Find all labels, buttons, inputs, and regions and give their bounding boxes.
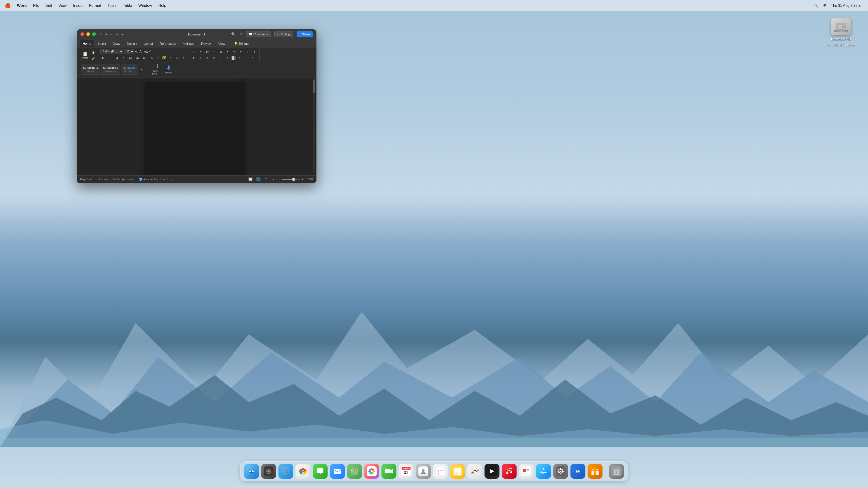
format-painter-button[interactable]: 🖌: [90, 56, 96, 61]
bullet-dropdown[interactable]: ▾: [197, 49, 204, 54]
strikethrough-button[interactable]: ab: [128, 55, 134, 60]
dock-item-safari[interactable]: [278, 464, 293, 479]
dock-item-facetime[interactable]: [381, 464, 397, 479]
styles-more-button[interactable]: ▾: [138, 64, 145, 75]
borders-dropdown[interactable]: ▾: [250, 55, 256, 61]
dock-item-settings[interactable]: [553, 464, 568, 479]
indent-decrease-button[interactable]: ⇤: [238, 49, 244, 54]
font-size-select[interactable]: 12: [124, 49, 134, 54]
dock-item-messages[interactable]: [313, 464, 328, 479]
tab-references[interactable]: References: [157, 40, 179, 47]
tell-me-tab[interactable]: 💡 Tell me: [230, 40, 252, 47]
search-icon[interactable]: 🔍: [814, 3, 818, 8]
underline-dropdown[interactable]: ▾: [121, 55, 127, 61]
tab-review[interactable]: Review: [198, 40, 215, 47]
zoom-slider[interactable]: [282, 179, 300, 180]
draft-button[interactable]: ≡: [271, 177, 276, 182]
view-menu[interactable]: View: [59, 3, 67, 8]
app-name[interactable]: Word: [17, 3, 27, 8]
shading-button[interactable]: █: [231, 56, 236, 60]
undo-button[interactable]: ↩: [110, 33, 113, 36]
dock-item-appstore[interactable]: [536, 464, 551, 479]
zoom-out-button[interactable]: −: [279, 177, 281, 181]
comments-button[interactable]: 💬 Comments: [246, 31, 271, 37]
language-indicator[interactable]: English (Australia): [112, 178, 134, 181]
quick-access-save[interactable]: 🖫: [104, 32, 107, 36]
dock-item-photos[interactable]: [364, 464, 379, 479]
tab-mailings[interactable]: Mailings: [180, 40, 197, 47]
underline-button[interactable]: U: [114, 55, 120, 60]
multilevel-list-button[interactable]: ⊞: [218, 49, 224, 54]
dock-item-notes[interactable]: [450, 464, 465, 479]
indent-increase-button[interactable]: ⇥: [231, 49, 238, 54]
numbered-list-button[interactable]: 1≡: [204, 49, 211, 54]
dock-item-finder[interactable]: [244, 464, 259, 479]
dock-item-launchpad[interactable]: [261, 464, 276, 479]
cloud-save[interactable]: ☁: [121, 32, 124, 36]
dock-item-word[interactable]: W: [570, 464, 585, 479]
edit-menu[interactable]: Edit: [46, 3, 52, 8]
dock-item-news[interactable]: [519, 464, 534, 479]
help-menu[interactable]: Help: [158, 3, 166, 8]
dock-item-freeform[interactable]: [467, 464, 483, 479]
style-heading1[interactable]: AaBbCcD Heading 1: [121, 64, 137, 75]
search-doc-icon[interactable]: 🔍: [231, 32, 236, 36]
borders-button[interactable]: ⊞: [243, 55, 249, 61]
format-menu[interactable]: Format: [89, 3, 101, 8]
justify-button[interactable]: ≡: [211, 55, 217, 61]
text-effect-button[interactable]: A: [174, 55, 180, 60]
highlight-button[interactable]: ab: [162, 55, 167, 60]
sort-button[interactable]: ↕: [245, 49, 251, 54]
file-menu[interactable]: File: [33, 3, 39, 8]
highlight-dropdown[interactable]: ▾: [168, 55, 174, 61]
shading-dropdown[interactable]: ▾: [236, 55, 243, 61]
tab-draw[interactable]: Draw: [110, 40, 123, 47]
tab-home[interactable]: Home: [80, 40, 94, 47]
text-effect-dropdown[interactable]: ▾: [180, 55, 187, 61]
grow-font-button[interactable]: A⁺: [135, 50, 138, 53]
tab-design[interactable]: Design: [124, 40, 140, 47]
share-doc-icon[interactable]: ↗: [239, 32, 242, 36]
editing-button[interactable]: ✏ Editing: [274, 31, 293, 37]
dock-item-chrome[interactable]: [296, 464, 311, 479]
show-marks-button[interactable]: ¶: [252, 49, 258, 54]
dock-item-giftbox[interactable]: [588, 464, 602, 479]
bullet-list-button[interactable]: ≡: [191, 49, 197, 54]
shrink-font-button[interactable]: A⁻: [140, 50, 143, 53]
multilevel-dropdown[interactable]: ▾: [224, 49, 231, 54]
accessibility-status[interactable]: ♿ Accessibility: Good to go: [139, 178, 173, 181]
scrollbar-thumb[interactable]: [313, 79, 315, 93]
tab-view[interactable]: View: [215, 40, 228, 47]
apple-menu[interactable]: 🍎: [4, 3, 11, 8]
dock-item-maps[interactable]: [347, 464, 362, 479]
minimize-button[interactable]: [86, 32, 90, 36]
bold-button[interactable]: B: [100, 55, 106, 60]
zoom-slider-thumb[interactable]: [292, 178, 295, 181]
font-name-select[interactable]: Calibri (Bo...: [100, 49, 123, 54]
more-options[interactable]: •••: [127, 33, 130, 36]
tab-layout[interactable]: Layout: [141, 40, 156, 47]
dock-item-appletv[interactable]: [485, 464, 500, 479]
styles-pane-button[interactable]: StylesPane: [148, 64, 161, 75]
zoom-control[interactable]: − +: [279, 177, 304, 181]
close-button[interactable]: [81, 32, 84, 36]
align-left-button[interactable]: ≡: [191, 55, 197, 61]
outline-button[interactable]: ☰: [264, 177, 268, 182]
tab-insert[interactable]: Insert: [95, 40, 109, 47]
paste-format-button[interactable]: 📋: [90, 50, 96, 55]
font-color-dropdown[interactable]: ▾: [155, 55, 161, 61]
share-button[interactable]: ↑ Share: [297, 31, 313, 37]
dock-item-trash[interactable]: [609, 464, 624, 479]
dock-item-calendar[interactable]: August 31: [399, 464, 414, 479]
document-page[interactable]: [145, 82, 245, 175]
style-normal[interactable]: AaBbCcDdEe Normal: [81, 64, 100, 75]
print-layout-button[interactable]: ⬜: [248, 177, 253, 182]
numbered-dropdown[interactable]: ▾: [211, 49, 217, 54]
align-right-button[interactable]: ≡: [204, 55, 211, 61]
dictate-button[interactable]: Dictate: [162, 64, 175, 75]
line-spacing-button[interactable]: ↕: [218, 55, 224, 61]
paste-button[interactable]: 📋 Paste: [81, 50, 90, 61]
style-no-spacing[interactable]: AaBbCcDdEe No Spacing: [101, 64, 120, 75]
align-center-button[interactable]: ≡: [197, 55, 204, 61]
subscript-button[interactable]: X₂: [135, 55, 141, 60]
